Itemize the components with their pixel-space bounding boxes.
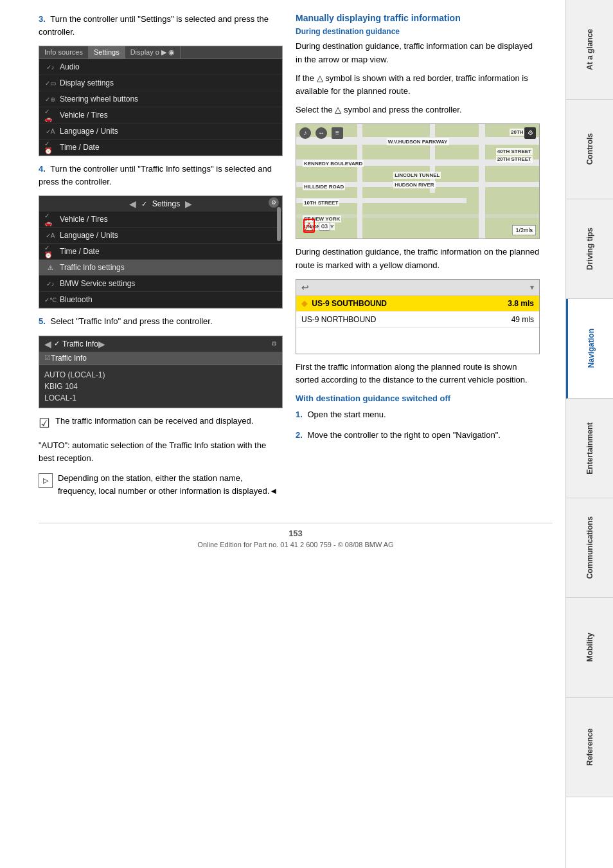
- step-4-text: Turn the controller until "Traffic Info …: [39, 164, 272, 186]
- menu-item-display[interactable]: ✓▭ Display settings: [39, 75, 282, 91]
- menu-2-title: Settings: [152, 199, 180, 208]
- menu-item-language[interactable]: ✓A Language / Units: [39, 123, 282, 140]
- check-display-icon: ✓▭: [44, 77, 56, 89]
- traffic-row-south-label: ◆ US-9 SOUTHBOUND: [301, 299, 387, 308]
- menu-item-steering-label: Steering wheel buttons: [60, 95, 138, 104]
- map-menu-icon: ≡: [332, 127, 343, 139]
- check-time-icon: ✓⏰: [44, 141, 56, 153]
- sidebar-item-driving-tips[interactable]: Driving tips: [566, 199, 613, 299]
- map-road-hudson: [479, 124, 485, 239]
- traffic-option-auto[interactable]: AUTO (LOCAL-1): [44, 369, 277, 381]
- menu-item-time-2[interactable]: ✓⏰ Time / Date: [39, 244, 282, 260]
- menu-item-audio-label: Audio: [60, 62, 80, 71]
- traffic-right-arrow-icon: ▶: [98, 339, 105, 349]
- checkmark-note-icon: ☑: [39, 413, 50, 433]
- traffic-row-southbound[interactable]: ◆ US-9 SOUTHBOUND 3.8 mls: [296, 296, 539, 312]
- traffic-info-item[interactable]: ☑ Traffic Info: [39, 352, 282, 365]
- sidebar-label-driving-tips: Driving tips: [585, 228, 594, 270]
- sidebar-item-navigation[interactable]: Navigation: [566, 299, 613, 399]
- map-label-hudson-river: HUDSON RIVER: [393, 182, 435, 188]
- sidebar-label-at-a-glance: At a glance: [585, 29, 594, 70]
- traffic-item-check-icon: ☑: [44, 354, 51, 362]
- map-audio-icon: ♪: [299, 127, 311, 139]
- menu-item-bluetooth[interactable]: ✓℃ Bluetooth: [39, 292, 282, 308]
- menu-item-vehicle[interactable]: ✓🚗 Vehicle / Tires: [39, 107, 282, 123]
- page-number: 153: [39, 529, 553, 538]
- sidebar-item-entertainment[interactable]: Entertainment: [566, 399, 613, 498]
- menu-item-vehicle-2[interactable]: ✓🚗 Vehicle / Tires: [39, 212, 282, 228]
- map-label-lincoln: LINCOLN TUNNEL: [393, 172, 441, 178]
- menu-vehicle2-label: Vehicle / Tires: [60, 215, 108, 224]
- traffic-list-spacer: [296, 328, 539, 354]
- map-label-kennedy: KENNEDY BOULEVARD: [303, 161, 364, 167]
- sidebar-item-mobility[interactable]: Mobility: [566, 598, 613, 698]
- menu-item-audio[interactable]: ✓♪ Audio: [39, 59, 282, 75]
- traffic-row-northbound[interactable]: US-9 NORTHBOUND 49 mls: [296, 312, 539, 328]
- section-title-manually: Manually displaying traffic information: [296, 13, 540, 23]
- back-icon: ↩: [301, 282, 309, 293]
- menu-item-traffic[interactable]: ⚠ Traffic Info settings: [39, 260, 282, 276]
- step-5-number: 5.: [39, 316, 46, 326]
- check-vehicle2-icon: ✓🚗: [44, 213, 56, 225]
- menu-item-time-label: Time / Date: [60, 143, 100, 152]
- menu-item-steering[interactable]: ✓⊕ Steering wheel buttons: [39, 91, 282, 107]
- step-4-number: 4.: [39, 164, 46, 174]
- traffic-row-north-value: 49 mls: [511, 315, 534, 324]
- step-3-text: Turn the controller until "Settings" is …: [39, 14, 269, 37]
- traffic-warning-icon: ⚠: [44, 262, 56, 273]
- sidebar-item-reference[interactable]: Reference: [566, 698, 613, 797]
- menu-language2-label: Language / Units: [60, 231, 118, 240]
- tab-settings[interactable]: Settings: [89, 46, 125, 59]
- tab-display[interactable]: Display o ▶ ◉: [125, 46, 181, 59]
- dest-off-step2-text: Move the controller to the right to open…: [307, 430, 500, 440]
- settings-menu-2: ◀ ✓ Settings ▶ ⚙ ✓🚗 Vehicle / Tires ✓A L…: [39, 195, 283, 309]
- para-5: First the traffic information along the …: [296, 361, 540, 388]
- map-badge: 03: [319, 222, 330, 231]
- menu-traffic-label: Traffic Info settings: [60, 263, 125, 272]
- dest-off-section: With destination guidance switched off 1…: [296, 393, 540, 441]
- step-4: 4. Turn the controller until "Traffic In…: [39, 163, 283, 188]
- check-time2-icon: ✓⏰: [44, 246, 56, 257]
- menu-item-vehicle-label: Vehicle / Tires: [60, 111, 108, 120]
- note-station: ▷ Depending on the station, either the s…: [39, 472, 283, 497]
- sidebar-label-mobility: Mobility: [585, 633, 594, 662]
- check-audio-icon: ✓♪: [44, 61, 56, 73]
- dest-off-step2-number: 2.: [296, 430, 303, 440]
- map-label-10th: 10TH STREET: [303, 200, 339, 206]
- check-vehicle-icon: ✓🚗: [44, 109, 56, 121]
- note-station-text: Depending on the station, either the sta…: [58, 472, 283, 497]
- menu-item-language-label: Language / Units: [60, 127, 118, 136]
- scrollbar[interactable]: [277, 207, 281, 240]
- dropdown-icon: ▾: [530, 283, 534, 292]
- tab-info-sources[interactable]: Info sources: [39, 46, 89, 59]
- sidebar-item-at-a-glance[interactable]: At a glance: [566, 0, 613, 100]
- traffic-option-kbig[interactable]: KBIG 104: [44, 381, 277, 392]
- menu-item-bmw[interactable]: ✓♪ BMW Service settings: [39, 276, 282, 292]
- sidebar-label-navigation: Navigation: [587, 329, 596, 368]
- menu-item-language-2[interactable]: ✓A Language / Units: [39, 228, 282, 244]
- check-language2-icon: ✓A: [44, 230, 56, 241]
- para-1: During destination guidance, traffic inf…: [296, 40, 540, 67]
- traffic-option-local1[interactable]: LOCAL-1: [44, 392, 277, 404]
- sidebar-item-communications[interactable]: Communications: [566, 498, 613, 598]
- sidebar-label-communications: Communications: [585, 516, 594, 579]
- traffic-check-icon: ✓: [54, 339, 60, 348]
- menu-item-time[interactable]: ✓⏰ Time / Date: [39, 140, 282, 156]
- map-inner: ♪ ↔ ≡ W.V.HUDSON PARKWAY 20TH AV 40TH ST…: [296, 124, 539, 239]
- menu-item-display-label: Display settings: [60, 78, 114, 87]
- sidebar-item-controls[interactable]: Controls: [566, 100, 613, 199]
- para-3: Select the △ symbol and press the contro…: [296, 104, 540, 117]
- gear-button[interactable]: ⚙: [269, 197, 279, 208]
- sidebar-label-entertainment: Entertainment: [585, 422, 594, 475]
- sidebar-label-reference: Reference: [585, 728, 594, 766]
- dest-off-step1-number: 1.: [296, 410, 303, 419]
- dest-off-title: With destination guidance switched off: [296, 393, 540, 403]
- dest-off-step-2: 2. Move the controller to the right to o…: [296, 429, 540, 442]
- left-arrow-icon: ◀: [129, 199, 136, 209]
- check-language-icon: ✓A: [44, 125, 56, 137]
- note-received-text: The traffic information can be received …: [55, 415, 253, 428]
- map-label-hillside: HILLSIDE ROAD: [303, 184, 345, 190]
- traffic-gear-icon: ⚙: [271, 340, 277, 347]
- check-steering-icon: ✓⊕: [44, 93, 56, 105]
- step-3-number: 3.: [39, 14, 46, 24]
